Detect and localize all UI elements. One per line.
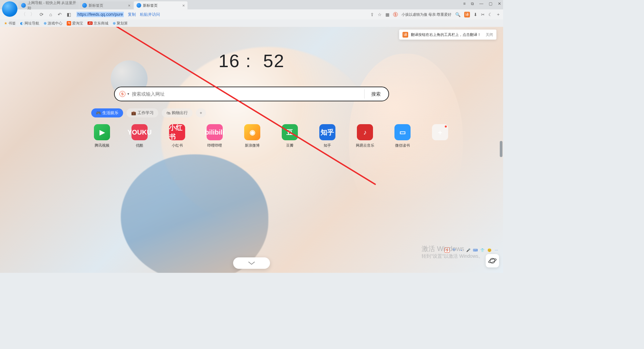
shopping-icon: 🛍 bbox=[166, 111, 170, 115]
ime-more-icon[interactable]: ⋯ bbox=[494, 247, 499, 253]
tile-icon: 小红书 bbox=[169, 124, 185, 140]
search-engine-icon[interactable]: S bbox=[119, 91, 125, 97]
tab-0[interactable]: 上网导航 - 轻快上网 从这里开始 bbox=[18, 1, 79, 9]
tab-close-icon[interactable]: × bbox=[128, 3, 130, 8]
tile-网易云音乐[interactable]: ♪ 网易云音乐 bbox=[354, 124, 376, 148]
search-input[interactable] bbox=[132, 91, 364, 97]
jd-icon: JD bbox=[88, 21, 93, 25]
tile-icon: ◉ bbox=[244, 124, 260, 140]
hot-word[interactable]: 小孩以虐猫为傲 母亲:尊重爱好 bbox=[401, 12, 451, 17]
gamepad-icon: 🎮 bbox=[96, 111, 101, 115]
grid-icon[interactable]: ▦ bbox=[385, 12, 389, 17]
tile-哔哩哔哩[interactable]: bilibili 哔哩哔哩 bbox=[204, 124, 225, 148]
scrollbar-thumb[interactable] bbox=[500, 141, 502, 157]
tile-label: 小红书 bbox=[172, 143, 183, 148]
taobao-icon: 淘 bbox=[67, 21, 71, 26]
tile-小红书[interactable]: 小红书 小红书 bbox=[166, 124, 188, 148]
window-controls: ≡ ⧉ — ▢ ✕ bbox=[463, 1, 501, 6]
translate-tip-close[interactable]: 关闭 bbox=[486, 32, 493, 37]
watermark-line2: 转到"设置"以激活 Windows。 bbox=[422, 253, 483, 259]
moon-icon[interactable]: ☾ bbox=[488, 12, 492, 17]
sidebar-icon[interactable]: ◧ bbox=[66, 12, 71, 17]
tile-label: 腾讯视频 bbox=[95, 143, 109, 148]
bookmark-item[interactable]: ⊕游戏中心 bbox=[44, 21, 62, 26]
close-window-icon[interactable]: ✕ bbox=[498, 1, 501, 6]
ime-emoji-icon[interactable]: 😊 bbox=[487, 247, 492, 253]
paste-go-action[interactable]: 粘贴并访问 bbox=[140, 12, 160, 17]
favicon-icon bbox=[82, 3, 87, 8]
globe-icon: ⊕ bbox=[44, 21, 47, 26]
tab-2-active[interactable]: 新标签页 × bbox=[134, 1, 187, 9]
back-icon[interactable]: 〈 bbox=[21, 11, 26, 17]
pip-icon[interactable]: ⧉ bbox=[471, 1, 474, 6]
tile-知乎[interactable]: 知乎 知乎 bbox=[317, 124, 338, 148]
bookmark-item[interactable]: ◐网址导航 bbox=[20, 21, 39, 26]
category-pills: 🎮生活娱乐 💼工作学习 🛍购物出行 ＋ bbox=[91, 108, 206, 117]
add-icon[interactable]: ＋ bbox=[496, 11, 500, 17]
cat-life[interactable]: 🎮生活娱乐 bbox=[91, 108, 123, 117]
menu-icon[interactable]: ≡ bbox=[463, 1, 466, 6]
search-button[interactable]: 搜索 bbox=[364, 89, 387, 99]
bookmarks-bar: ★书签 ◐网址导航 ⊕游戏中心 淘爱淘宝 JD京东商城 ⊕聚划算 bbox=[0, 19, 503, 27]
favicon-icon bbox=[21, 3, 26, 8]
tile-icon: ▶ bbox=[94, 124, 110, 140]
tile-label: 微信读书 bbox=[395, 143, 410, 148]
globe-icon: ⊕ bbox=[113, 21, 116, 26]
tab-strip: 上网导航 - 轻快上网 从这里开始 新标签页 × 新标签页 × ≡ ⧉ — ▢ … bbox=[0, 0, 503, 9]
bookmark-item[interactable]: ⊕聚划算 bbox=[113, 21, 128, 26]
undo-icon[interactable]: ↶ bbox=[57, 12, 62, 17]
tile-add[interactable]: ＋ bbox=[429, 124, 451, 148]
tile-优酷[interactable]: YOUKU 优酷 bbox=[129, 124, 150, 148]
star-icon[interactable]: ☆ bbox=[378, 12, 382, 17]
globe-icon: ◐ bbox=[20, 21, 23, 26]
reload-icon[interactable]: ⟳ bbox=[39, 12, 44, 17]
home-icon[interactable]: ⌂ bbox=[48, 12, 53, 17]
tile-label: 新浪微博 bbox=[245, 143, 260, 148]
tab-title: 新标签页 bbox=[89, 3, 103, 8]
tab-1[interactable]: 新标签页 × bbox=[79, 1, 133, 9]
bookmarks-root[interactable]: ★书签 bbox=[4, 21, 16, 26]
tile-icon: 豆 bbox=[282, 124, 298, 140]
planet-icon bbox=[488, 256, 497, 265]
tile-腾讯视频[interactable]: ▶ 腾讯视频 bbox=[91, 124, 113, 148]
planet-button[interactable] bbox=[486, 254, 499, 267]
tile-微信读书[interactable]: ▭ 微信读书 bbox=[392, 124, 413, 148]
engine-caret-icon[interactable]: ▼ bbox=[127, 92, 130, 96]
tile-豆瓣[interactable]: 豆 豆瓣 bbox=[279, 124, 301, 148]
tile-label: 豆瓣 bbox=[286, 143, 293, 148]
scissors-icon[interactable]: ✂ bbox=[481, 12, 485, 17]
tile-icon: YOUKU bbox=[131, 124, 148, 140]
quick-tiles: ▶ 腾讯视频YOUKU 优酷小红书 小红书bilibili 哔哩哔哩◉ 新浪微博… bbox=[91, 124, 451, 148]
search-icon[interactable]: 🔍 bbox=[455, 12, 461, 17]
share-icon[interactable]: ⇪ bbox=[370, 12, 374, 17]
bookmark-item[interactable]: 淘爱淘宝 bbox=[67, 21, 83, 26]
tile-label: 哔哩哔哩 bbox=[207, 143, 222, 148]
url-selected-text[interactable]: https://feeds.qq.com/pure bbox=[76, 12, 124, 17]
sogou-icon[interactable]: S bbox=[393, 12, 398, 17]
cat-work[interactable]: 💼工作学习 bbox=[126, 108, 158, 117]
watermark-line1: 激活 Windows bbox=[422, 244, 483, 253]
tile-icon: 知乎 bbox=[319, 124, 335, 140]
expand-chevron-button[interactable] bbox=[233, 257, 270, 269]
bookmark-item[interactable]: JD京东商城 bbox=[88, 21, 108, 26]
search-box[interactable]: S ▼ 搜索 bbox=[114, 87, 389, 101]
tab-close-icon[interactable]: × bbox=[182, 3, 185, 8]
tile-新浪微博[interactable]: ◉ 新浪微博 bbox=[241, 124, 263, 148]
briefcase-icon: 💼 bbox=[131, 111, 136, 115]
url-box[interactable]: https://feeds.qq.com/pure 复制 粘贴并访问 bbox=[76, 12, 160, 17]
download-icon[interactable]: ⬇ bbox=[474, 12, 477, 17]
translate-badge-icon[interactable]: 译 bbox=[464, 12, 470, 17]
star-icon: ★ bbox=[4, 21, 7, 26]
maximize-icon[interactable]: ▢ bbox=[489, 1, 492, 6]
copy-url-action[interactable]: 复制 bbox=[128, 12, 136, 17]
minimize-icon[interactable]: — bbox=[479, 1, 483, 6]
address-bar: 〈 〉 ⟳ ⌂ ↶ ◧ https://feeds.qq.com/pure 复制… bbox=[0, 9, 503, 19]
plus-icon: ＋ bbox=[432, 124, 448, 140]
tile-label: 优酷 bbox=[136, 143, 143, 148]
browser-app-icon[interactable] bbox=[2, 1, 17, 17]
svg-point-1 bbox=[488, 258, 497, 263]
cat-add[interactable]: ＋ bbox=[196, 108, 206, 117]
forward-icon[interactable]: 〉 bbox=[30, 11, 35, 17]
tile-icon: ▭ bbox=[394, 124, 411, 140]
cat-shopping[interactable]: 🛍购物出行 bbox=[162, 108, 193, 117]
